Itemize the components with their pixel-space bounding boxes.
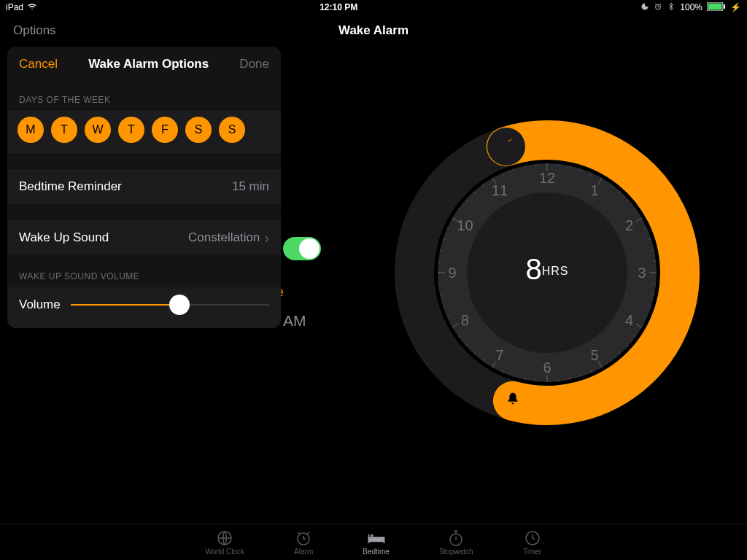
svg-rect-2 <box>708 3 722 9</box>
svg-rect-83 <box>368 537 384 542</box>
days-of-week-row: MTWTFSS <box>7 111 281 153</box>
battery-icon <box>707 2 726 13</box>
svg-point-86 <box>371 534 373 536</box>
svg-rect-3 <box>724 4 725 9</box>
wake-handle[interactable] <box>494 382 532 420</box>
done-button[interactable]: Done <box>239 57 269 71</box>
wifi-icon <box>28 2 36 13</box>
duration-unit: HRS <box>542 265 569 277</box>
status-bar: iPad 12:10 PM 100% ⚡ <box>0 0 747 15</box>
timer-icon <box>523 529 542 547</box>
day-toggle-0[interactable]: M <box>18 117 44 143</box>
bluetooth-icon <box>667 2 676 13</box>
tab-world-clock[interactable]: World Clock <box>205 529 244 556</box>
wake-alarm-options-popover: Cancel Wake Alarm Options Done DAYS OF T… <box>7 47 281 328</box>
svg-text:9: 9 <box>448 265 456 281</box>
duration-display: 8HRS <box>525 253 568 286</box>
svg-text:10: 10 <box>457 217 473 233</box>
wake-alarm-toggle[interactable] <box>283 237 321 260</box>
svg-rect-85 <box>383 537 384 543</box>
tab-alarm[interactable]: Alarm <box>294 529 313 556</box>
options-button[interactable]: Options <box>13 23 56 38</box>
svg-rect-84 <box>368 534 369 542</box>
status-time: 12:10 PM <box>36 2 640 12</box>
wake-time-partial: AM <box>283 312 306 330</box>
tab-bar: World ClockAlarmBedtimeStopwatchTimer <box>0 524 747 560</box>
svg-text:6: 6 <box>543 359 551 376</box>
stopwatch-icon <box>446 529 465 547</box>
globe-icon <box>215 529 234 547</box>
tab-timer[interactable]: Timer <box>523 529 542 556</box>
svg-text:1: 1 <box>590 182 598 198</box>
day-toggle-5[interactable]: S <box>185 117 212 143</box>
svg-text:12: 12 <box>539 170 555 186</box>
chevron-right-icon: › <box>264 230 269 245</box>
duration-value: 8 <box>525 253 541 285</box>
alarm-status-icon <box>654 2 662 13</box>
sleep-dial[interactable]: 121234567891011 8HRS zz <box>394 120 700 426</box>
days-section-label: DAYS OF THE WEEK <box>7 79 281 111</box>
bell-icon <box>505 392 521 411</box>
svg-text:2: 2 <box>625 217 633 233</box>
device-name: iPad <box>6 2 23 12</box>
battery-percent: 100% <box>680 2 703 12</box>
do-not-disturb-icon <box>640 2 649 13</box>
charging-icon: ⚡ <box>730 2 741 12</box>
tab-stopwatch[interactable]: Stopwatch <box>439 529 473 556</box>
page-title: Wake Alarm <box>0 23 747 38</box>
svg-text:5: 5 <box>590 347 598 363</box>
bed-icon <box>367 529 386 547</box>
svg-text:3: 3 <box>638 265 646 281</box>
wake-up-sound-label: Wake Up Sound <box>19 230 109 245</box>
svg-text:11: 11 <box>492 182 508 198</box>
popover-title: Wake Alarm Options <box>88 57 209 71</box>
day-toggle-3[interactable]: T <box>118 117 144 143</box>
day-toggle-1[interactable]: T <box>51 117 77 143</box>
tab-bedtime[interactable]: Bedtime <box>363 529 390 556</box>
day-toggle-6[interactable]: S <box>219 117 245 143</box>
alarm-icon <box>294 529 313 547</box>
status-right: 100% ⚡ <box>640 2 741 13</box>
status-left: iPad <box>6 2 36 13</box>
moon-zz-icon: zz <box>498 137 514 156</box>
nav-bar: Options Wake Alarm <box>0 15 747 47</box>
bedtime-reminder-row[interactable]: Bedtime Reminder 15 min <box>7 169 281 204</box>
svg-text:7: 7 <box>495 347 503 363</box>
bedtime-reminder-label: Bedtime Reminder <box>19 179 122 194</box>
cancel-button[interactable]: Cancel <box>19 57 58 71</box>
wake-up-sound-row[interactable]: Wake Up Sound Constellation › <box>7 220 281 255</box>
volume-slider[interactable] <box>71 295 269 315</box>
wake-up-sound-value: Constellation <box>188 230 260 245</box>
bedtime-reminder-value: 15 min <box>232 179 269 194</box>
svg-text:4: 4 <box>625 312 633 328</box>
svg-text:8: 8 <box>461 312 469 328</box>
volume-section-label: WAKE UP SOUND VOLUME <box>7 255 281 287</box>
bedtime-handle[interactable]: zz <box>487 128 525 166</box>
day-toggle-4[interactable]: F <box>152 117 178 143</box>
day-toggle-2[interactable]: W <box>85 117 111 143</box>
svg-text:z: z <box>510 137 512 141</box>
volume-label: Volume <box>19 298 61 312</box>
